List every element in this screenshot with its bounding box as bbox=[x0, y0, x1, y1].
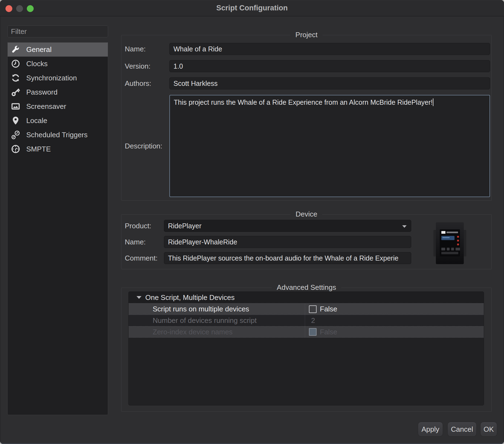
sidebar-item-label: Locale bbox=[26, 116, 47, 125]
device-product-label: Product: bbox=[125, 220, 151, 232]
sidebar-item-label: Clocks bbox=[26, 60, 48, 68]
device-count-value: 2 bbox=[309, 316, 315, 325]
project-authors-input[interactable]: Scott Harkless bbox=[169, 77, 490, 89]
property-value-cell: 2 bbox=[305, 315, 484, 326]
sidebar-item-label: General bbox=[26, 45, 52, 54]
sidebar-item-label: Screensaver bbox=[26, 102, 66, 111]
ok-button[interactable]: OK bbox=[480, 422, 497, 437]
sync-arrows-icon bbox=[11, 73, 20, 83]
device-product-dropdown[interactable]: RidePlayer bbox=[164, 220, 411, 232]
sidebar-item-label: Scheduled Triggers bbox=[26, 131, 88, 139]
description-text: This project runs the Whale of a Ride Ex… bbox=[174, 98, 433, 106]
sidebar-item-locale[interactable]: Locale bbox=[8, 113, 108, 128]
property-value-cell: False bbox=[305, 326, 484, 337]
script-configuration-window: Script Configuration General Clocks bbox=[0, 0, 504, 444]
photo-led bbox=[457, 236, 459, 238]
photo-connector bbox=[451, 248, 454, 250]
checkbox[interactable] bbox=[309, 305, 317, 313]
sidebar-item-label: Synchronization bbox=[26, 74, 77, 82]
collapse-triangle-icon[interactable] bbox=[137, 296, 141, 299]
advanced-property-table: One Script, Multiple Devices Script runs… bbox=[128, 291, 484, 405]
property-label: Number of devices running script bbox=[129, 315, 305, 326]
property-label: Zero-index device names bbox=[129, 326, 305, 337]
clock-icon bbox=[11, 59, 20, 68]
sidebar-item-synchronization[interactable]: Synchronization bbox=[8, 71, 108, 85]
project-name-input[interactable]: Whale of a Ride bbox=[169, 43, 490, 55]
photo-front-panel bbox=[440, 229, 460, 256]
property-label: Script runs on multiple devices bbox=[129, 303, 305, 315]
sidebar-item-label: SMPTE bbox=[26, 145, 51, 153]
sidebar-item-password[interactable]: Password bbox=[8, 85, 108, 99]
device-comment-input[interactable]: This RidePlayer sources the on-board aud… bbox=[164, 252, 411, 264]
photo-connector bbox=[441, 248, 445, 250]
photo-label bbox=[447, 232, 458, 233]
checkbox-disabled bbox=[309, 328, 317, 336]
photo-lcd-screen bbox=[441, 236, 454, 240]
dual-clocks-icon bbox=[11, 130, 20, 139]
description-textarea[interactable]: This project runs the Whale of a Ride Ex… bbox=[169, 95, 490, 197]
property-row-device-count: Number of devices running script 2 bbox=[129, 315, 484, 326]
chevron-down-icon bbox=[402, 225, 407, 228]
project-name-label: Name: bbox=[125, 43, 146, 55]
text-cursor bbox=[433, 98, 433, 106]
sidebar-item-scheduled-triggers[interactable]: Scheduled Triggers bbox=[8, 128, 108, 142]
apply-button[interactable]: Apply bbox=[418, 422, 443, 437]
advanced-settings-title: Advanced Settings bbox=[272, 283, 341, 292]
property-value-cell: False bbox=[305, 303, 484, 315]
photo-terminal-strip bbox=[441, 252, 458, 254]
sidebar-item-clocks[interactable]: Clocks bbox=[8, 57, 108, 71]
picture-icon bbox=[11, 102, 20, 111]
key-icon bbox=[11, 87, 20, 97]
sidebar-item-smpte[interactable]: SMPTE bbox=[8, 142, 108, 156]
device-product-value: RidePlayer bbox=[168, 222, 201, 230]
settings-category-list: General Clocks Synchronization bbox=[7, 42, 108, 415]
photo-chassis bbox=[436, 222, 464, 264]
checkbox-value-label: False bbox=[320, 328, 337, 336]
property-group-header[interactable]: One Script, Multiple Devices bbox=[129, 292, 484, 303]
window-titlebar[interactable]: Script Configuration bbox=[0, 0, 504, 16]
property-group-header-label: One Script, Multiple Devices bbox=[145, 293, 235, 302]
sidebar-item-general[interactable]: General bbox=[8, 42, 108, 57]
photo-connector bbox=[456, 248, 460, 250]
property-row-zero-index: Zero-index device names False bbox=[129, 326, 484, 338]
device-group: Device Product: RidePlayer Name: RidePla… bbox=[121, 214, 492, 269]
device-name-label: Name: bbox=[125, 236, 146, 248]
photo-led bbox=[457, 240, 459, 241]
timecode-clock-icon bbox=[11, 144, 20, 154]
map-pin-icon bbox=[11, 116, 20, 125]
project-version-label: Version: bbox=[125, 60, 150, 72]
photo-connector bbox=[447, 248, 450, 250]
advanced-settings-group: Advanced Settings One Script, Multiple D… bbox=[121, 288, 492, 412]
device-comment-label: Comment: bbox=[125, 252, 158, 264]
project-description-label: Description: bbox=[125, 140, 162, 152]
cancel-button[interactable]: Cancel bbox=[447, 422, 477, 437]
project-group-title: Project bbox=[291, 31, 323, 39]
window-title: Script Configuration bbox=[0, 0, 504, 16]
property-row-multiple-devices[interactable]: Script runs on multiple devices False bbox=[129, 303, 484, 315]
device-group-title: Device bbox=[291, 210, 322, 218]
device-name-input[interactable]: RidePlayer-WhaleRide bbox=[164, 236, 411, 248]
photo-led bbox=[457, 244, 459, 245]
checkbox-value-label: False bbox=[320, 305, 337, 313]
project-group: Project Name: Whale of a Ride Version: 1… bbox=[121, 35, 492, 201]
sidebar-item-label: Password bbox=[26, 88, 57, 97]
wrench-icon bbox=[11, 45, 20, 54]
photo-logo bbox=[441, 231, 445, 234]
project-version-input[interactable]: 1.0 bbox=[169, 60, 490, 72]
sidebar-item-screensaver[interactable]: Screensaver bbox=[8, 99, 108, 113]
rideplayer-product-image bbox=[433, 222, 466, 264]
filter-input[interactable] bbox=[7, 25, 108, 37]
project-authors-label: Authors: bbox=[125, 77, 151, 89]
